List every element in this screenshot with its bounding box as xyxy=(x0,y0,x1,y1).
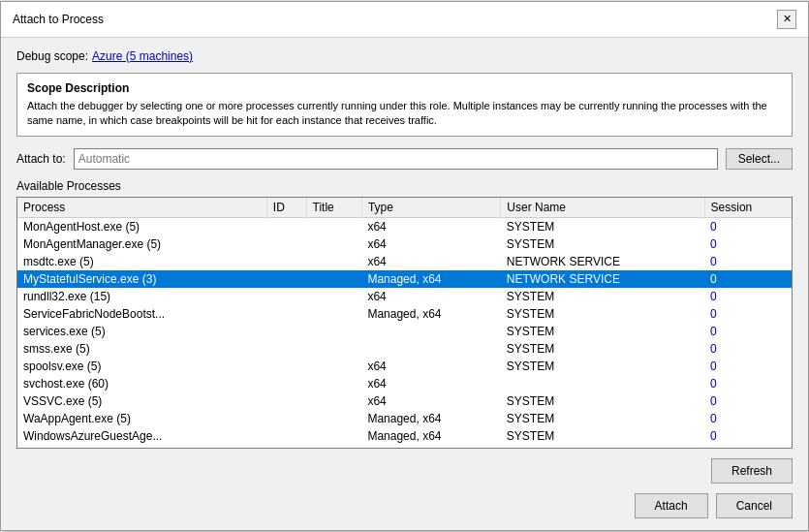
table-cell: x64 xyxy=(361,392,500,410)
table-cell: x64 xyxy=(361,375,500,392)
table-row[interactable]: MyStatefulService.exe (3)Managed, x64NET… xyxy=(17,270,792,288)
table-cell: MyStatefulService.exe (3) xyxy=(17,270,266,288)
table-cell xyxy=(306,410,361,427)
table-cell xyxy=(266,253,306,270)
table-cell xyxy=(306,358,361,375)
table-cell: 0 xyxy=(704,392,792,410)
dialog-content: Debug scope: Azure (5 machines) Scope De… xyxy=(1,38,808,531)
table-row[interactable]: spoolsv.exe (5)x64SYSTEM0 xyxy=(17,358,792,375)
table-row[interactable]: smss.exe (5)SYSTEM0 xyxy=(17,340,792,358)
table-row[interactable]: rundll32.exe (15)x64SYSTEM0 xyxy=(17,288,792,305)
attach-to-label: Attach to: xyxy=(16,152,66,166)
table-cell xyxy=(306,392,361,410)
table-row[interactable]: MonAgentManager.exe (5)x64SYSTEM0 xyxy=(17,235,792,253)
table-cell: x64 xyxy=(361,288,500,305)
table-cell: 0 xyxy=(704,270,792,288)
table-cell xyxy=(306,253,361,270)
table-row[interactable]: msdtc.exe (5)x64NETWORK SERVICE0 xyxy=(17,253,792,270)
debug-scope-value[interactable]: Azure (5 machines) xyxy=(92,49,193,63)
table-row[interactable]: MonAgentHost.exe (5)x64SYSTEM0 xyxy=(17,218,792,236)
table-cell: rundll32.exe (15) xyxy=(17,288,266,305)
attach-to-row: Attach to: Select... xyxy=(16,148,793,170)
table-cell: spoolsv.exe (5) xyxy=(17,358,266,375)
table-cell xyxy=(361,323,500,340)
table-row[interactable]: WaAppAgent.exe (5)Managed, x64SYSTEM0 xyxy=(17,410,792,427)
col-type: Type xyxy=(361,198,500,218)
table-cell: SYSTEM xyxy=(501,288,704,305)
table-cell: SYSTEM xyxy=(501,235,704,253)
table-cell: 0 xyxy=(704,340,792,358)
col-title: Title xyxy=(306,198,361,218)
processes-table-container[interactable]: Process ID Title Type User Name Session … xyxy=(16,197,793,449)
table-cell xyxy=(266,288,306,305)
table-cell: ServiceFabricNodeBootst... xyxy=(17,305,266,323)
table-cell: smss.exe (5) xyxy=(17,340,266,358)
table-cell: SYSTEM xyxy=(501,358,704,375)
refresh-button[interactable]: Refresh xyxy=(711,458,793,484)
table-cell xyxy=(266,410,306,427)
table-cell: SYSTEM xyxy=(501,340,704,358)
table-cell: 0 xyxy=(704,358,792,375)
table-cell: SYSTEM xyxy=(501,427,704,445)
table-cell xyxy=(306,235,361,253)
select-button[interactable]: Select... xyxy=(726,148,793,170)
table-cell: MonAgentManager.exe (5) xyxy=(17,235,266,253)
table-cell: WindowsAzureGuestAge... xyxy=(17,427,266,445)
table-cell xyxy=(266,375,306,392)
cancel-button[interactable]: Cancel xyxy=(716,493,793,518)
table-row[interactable]: VSSVC.exe (5)x64SYSTEM0 xyxy=(17,392,792,410)
table-cell xyxy=(266,340,306,358)
table-cell xyxy=(266,218,306,236)
scope-description-title: Scope Description xyxy=(27,81,782,95)
debug-scope-row: Debug scope: Azure (5 machines) xyxy=(16,49,793,63)
table-cell: x64 xyxy=(361,218,500,236)
action-button-row: Attach Cancel xyxy=(16,493,793,518)
table-cell xyxy=(306,323,361,340)
processes-table: Process ID Title Type User Name Session … xyxy=(17,198,792,445)
table-cell: x64 xyxy=(361,358,500,375)
table-cell xyxy=(501,375,704,392)
table-row[interactable]: services.exe (5)SYSTEM0 xyxy=(17,323,792,340)
table-cell: Managed, x64 xyxy=(361,270,500,288)
table-row[interactable]: ServiceFabricNodeBootst...Managed, x64SY… xyxy=(17,305,792,323)
table-cell xyxy=(306,288,361,305)
table-cell: SYSTEM xyxy=(501,218,704,236)
table-cell: Managed, x64 xyxy=(361,427,500,445)
table-cell: NETWORK SERVICE xyxy=(501,270,704,288)
table-row[interactable]: svchost.exe (60)x640 xyxy=(17,375,792,392)
table-cell xyxy=(266,270,306,288)
title-bar: Attach to Process ✕ xyxy=(1,2,808,38)
table-cell: SYSTEM xyxy=(501,323,704,340)
table-cell: Managed, x64 xyxy=(361,410,500,427)
table-cell xyxy=(266,358,306,375)
scope-description-box: Scope Description Attach the debugger by… xyxy=(16,73,793,138)
attach-button[interactable]: Attach xyxy=(635,493,708,518)
table-cell: services.exe (5) xyxy=(17,323,266,340)
table-cell: SYSTEM xyxy=(501,410,704,427)
table-cell xyxy=(266,305,306,323)
col-id: ID xyxy=(266,198,306,218)
table-cell xyxy=(306,270,361,288)
table-cell: Managed, x64 xyxy=(361,305,500,323)
table-cell xyxy=(306,375,361,392)
available-processes-label: Available Processes xyxy=(16,179,793,193)
table-cell: NETWORK SERVICE xyxy=(501,253,704,270)
col-process: Process xyxy=(17,198,266,218)
table-cell xyxy=(266,235,306,253)
table-cell xyxy=(306,427,361,445)
table-cell xyxy=(306,218,361,236)
col-session: Session xyxy=(704,198,792,218)
attach-to-input[interactable] xyxy=(74,148,718,170)
table-cell: 0 xyxy=(704,288,792,305)
table-cell xyxy=(306,340,361,358)
table-cell: x64 xyxy=(361,235,500,253)
table-cell xyxy=(266,323,306,340)
attach-to-process-dialog: Attach to Process ✕ Debug scope: Azure (… xyxy=(0,1,809,532)
table-cell: 0 xyxy=(704,253,792,270)
table-cell: 0 xyxy=(704,218,792,236)
close-button[interactable]: ✕ xyxy=(777,10,796,29)
scope-description-text: Attach the debugger by selecting one or … xyxy=(27,99,782,129)
table-row[interactable]: WindowsAzureGuestAge...Managed, x64SYSTE… xyxy=(17,427,792,445)
table-cell: svchost.exe (60) xyxy=(17,375,266,392)
bottom-button-row: Refresh xyxy=(16,458,793,484)
